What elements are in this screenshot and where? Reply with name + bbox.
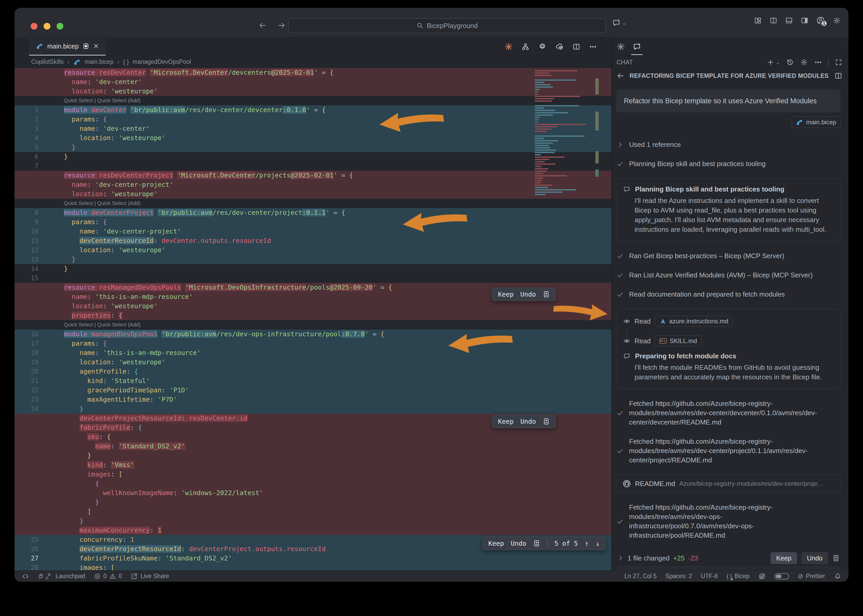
code-line[interactable]: { (14, 479, 611, 488)
code-line[interactable]: images: [ (14, 470, 611, 479)
openai-icon[interactable] (538, 42, 546, 51)
code-line[interactable]: 5} (14, 143, 611, 152)
keep-all-button[interactable]: Keep (770, 552, 797, 564)
code-line[interactable]: 23maxAgentLifetime: 'P7D' (14, 395, 611, 404)
code-line[interactable]: 4location: 'westeurope' (14, 134, 611, 143)
code-line[interactable]: 11devCenterResourceId: devCenter.outputs… (14, 236, 611, 245)
code-line[interactable]: name: 'Standard_DS2_v2' (14, 442, 611, 451)
completed-step-row[interactable]: Planning Bicep skill and best practices … (616, 159, 841, 168)
code-line[interactable]: 9params: { (14, 217, 611, 227)
completed-step-row[interactable]: Fetched https://github.com/Azure/bicep-r… (616, 399, 841, 427)
code-line[interactable]: wellKnownImageName: 'windows-2022/latest… (14, 488, 611, 498)
prev-change-icon[interactable]: ↑ (585, 539, 589, 547)
history-back-icon[interactable] (258, 21, 267, 30)
code-line[interactable]: 8module devCenterProject 'br/public:avm/… (14, 208, 611, 217)
window-controls[interactable] (31, 23, 63, 30)
message-attachment-pill[interactable]: main.bicep (791, 116, 841, 128)
chat-more-icon[interactable] (814, 58, 822, 66)
statusbar-launchpad[interactable]: Launchpad (38, 573, 85, 580)
code-line[interactable]: name: 'dev-center-project' (14, 180, 611, 189)
copilot-menu-button[interactable]: ⌄ (612, 19, 627, 27)
chat-settings-gear-icon[interactable] (800, 58, 808, 66)
code-line[interactable]: } (14, 498, 611, 507)
completed-step-row[interactable]: Read documentation and prepared to fetch… (616, 289, 841, 299)
code-line[interactable]: location: 'westeurope' (14, 302, 611, 311)
tab-main-bicep[interactable]: main.bicep ✕ (29, 38, 106, 55)
completed-step-row[interactable]: Ran Get Bicep best-practices – Bicep (MC… (616, 251, 841, 261)
code-line[interactable]: 22gracePeriodTimeSpan: 'P1D' (14, 386, 611, 395)
minimap[interactable] (535, 70, 589, 196)
code-line[interactable]: 15 (14, 273, 611, 283)
breadcrumb[interactable]: CopilotSkills › main.bicep › { } managed… (14, 56, 611, 68)
customize-layout-icon[interactable] (754, 17, 762, 24)
new-chat-icon[interactable] (767, 58, 775, 66)
code-line[interactable]: 16module managedDevOpsPool 'br/public:av… (14, 330, 611, 339)
undo-button[interactable]: Undo (520, 291, 536, 298)
completed-step-row[interactable]: Ran List Azure Verified Modules (AVM) – … (616, 270, 841, 280)
code-line[interactable]: resource resDevCenter 'Microsoft.DevCent… (14, 68, 611, 77)
file-diff-icon[interactable] (543, 418, 550, 425)
copilot-status-icon[interactable] (758, 573, 765, 580)
keep-button[interactable]: Keep (498, 418, 513, 425)
code-line[interactable]: name: 'dev-center' (14, 77, 611, 86)
settings-gear-icon[interactable] (833, 17, 841, 24)
code-line[interactable]: sku: { (14, 432, 611, 442)
statusbar-toggle[interactable] (775, 573, 789, 580)
code-line[interactable]: 27fabricProfileSkuName: 'Standard_DS2_v2… (14, 554, 611, 563)
file-pill[interactable]: SKILL.md (655, 336, 701, 346)
breadcrumb-file[interactable]: main.bicep (85, 58, 113, 65)
close-tab-icon[interactable]: ✕ (93, 42, 99, 50)
code-line[interactable]: } (14, 516, 611, 526)
codelens-row[interactable]: Quick Select | Quick Select (Add) (14, 199, 611, 208)
code-line[interactable]: 21kind: 'Stateful' (14, 376, 611, 386)
minimize-window-button[interactable] (44, 23, 50, 30)
zoom-window-button[interactable] (57, 23, 63, 30)
code-line[interactable]: } (14, 451, 611, 460)
undo-all-button[interactable]: Undo (801, 552, 828, 564)
fetched-file-card[interactable]: README.mdAzure/bicep-registry-modules/re… (616, 475, 841, 493)
code-line[interactable]: 12location: 'westeurope' (14, 245, 611, 255)
undo-button[interactable]: Undo (511, 540, 526, 547)
code-line[interactable]: location: 'westeurope' (14, 86, 611, 96)
codelens-row[interactable]: Quick Select | Quick Select (Add) (14, 96, 611, 105)
toggle-secondary-sidebar-icon[interactable] (801, 17, 808, 24)
codelens-row[interactable]: Quick Select | Quick Select (Add) (14, 320, 611, 330)
bicep-visualizer-icon[interactable] (521, 43, 529, 50)
split-editor-icon[interactable] (770, 17, 777, 24)
next-change-icon[interactable]: ↓ (595, 539, 600, 547)
code-line[interactable]: 2params: { (14, 115, 611, 124)
chevron-right-icon[interactable] (617, 555, 624, 561)
file-diff-icon[interactable] (832, 555, 839, 562)
pinned-tab-icon[interactable] (82, 42, 90, 50)
completed-step-row[interactable]: Fetched https://github.com/Azure/bicep-r… (616, 437, 841, 465)
copilot-starburst-icon[interactable] (617, 42, 625, 51)
open-in-editor-icon[interactable] (835, 72, 842, 80)
more-actions-icon[interactable] (589, 43, 597, 50)
statusbar-live-share[interactable]: Live Share (131, 573, 169, 580)
code-line[interactable]: location: 'westeurope' (14, 189, 611, 199)
read-file-row[interactable]: Readazure.instructions.md (623, 316, 834, 327)
statusbar-encoding[interactable]: UTF-8 (701, 573, 718, 580)
deploy-cloud-icon[interactable] (555, 42, 564, 51)
code-editor[interactable]: resource resDevCenter 'Microsoft.DevCent… (14, 68, 611, 570)
breadcrumb-folder[interactable]: CopilotSkills (31, 58, 64, 65)
file-diff-icon[interactable] (543, 291, 550, 298)
code-line[interactable]: 6} (14, 152, 611, 161)
statusbar-indentation[interactable]: Spaces: 2 (665, 573, 692, 580)
code-line[interactable]: 18name: 'this-is-an-mdp-resource' (14, 348, 611, 358)
maximize-chat-icon[interactable] (835, 59, 842, 66)
statusbar-problems[interactable]: 00 (94, 573, 122, 580)
file-pill[interactable]: azure.instructions.md (655, 316, 733, 327)
code-line[interactable]: maximumConcurrency: 1 (14, 526, 611, 535)
breadcrumb-symbol[interactable]: managedDevOpsPool (133, 58, 191, 65)
notifications-bell-icon[interactable] (834, 573, 841, 580)
code-line[interactable]: 28images: [ (14, 563, 611, 570)
statusbar-cursor-position[interactable]: Ln 27, Col 5 (624, 573, 657, 580)
code-line[interactable]: 17params: { (14, 339, 611, 348)
code-line[interactable]: 1module devCenter 'br/public:avm/res/dev… (14, 105, 611, 115)
code-line[interactable]: 7 (14, 161, 611, 171)
code-line[interactable]: 20agentProfile: { (14, 367, 611, 376)
account-icon[interactable]: 1 (816, 16, 825, 25)
code-line[interactable]: 13} (14, 255, 611, 264)
code-line[interactable]: 19location: 'westeurope' (14, 358, 611, 367)
